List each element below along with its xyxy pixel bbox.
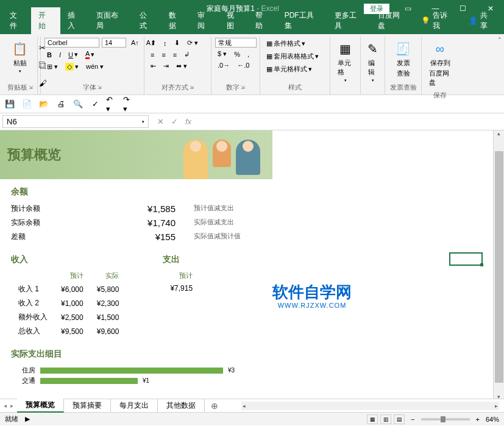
cell-label[interactable]: 差额	[11, 232, 115, 242]
align-right-icon[interactable]: ≡	[171, 50, 179, 60]
undo-icon[interactable]: ↶ ▾	[106, 98, 118, 110]
increase-decimal-icon[interactable]: .0→	[215, 60, 232, 70]
bold-button[interactable]: B	[44, 50, 54, 60]
cell-label[interactable]: 实际余额	[11, 218, 115, 228]
cell-label[interactable]: 预计值减支出	[182, 204, 291, 214]
cell-value[interactable]: ¥1,740	[121, 218, 176, 228]
sheet-tab-other[interactable]: 其他数据	[158, 399, 205, 412]
spellcheck-icon[interactable]: ✓	[89, 98, 101, 110]
decrease-indent-icon[interactable]: ⇤	[148, 61, 158, 71]
currency-icon[interactable]: $ ▾	[215, 49, 229, 59]
phonetic-button[interactable]: wén ▾	[83, 62, 106, 72]
cell-value[interactable]: ¥9,600	[91, 325, 126, 338]
table-header[interactable]: 预计	[164, 270, 199, 282]
sheet-tab-overview[interactable]: 预算概览	[17, 399, 64, 413]
comma-icon[interactable]: ,	[245, 49, 252, 59]
collapse-ribbon-icon[interactable]: ˄	[498, 37, 502, 44]
normal-view-icon[interactable]: ▦	[367, 414, 378, 424]
tab-data[interactable]: 数据	[161, 7, 190, 34]
bar-label[interactable]: 交通	[11, 376, 35, 385]
cell-value[interactable]: ¥155	[121, 232, 176, 242]
wrap-text-icon[interactable]: ↲	[182, 49, 192, 60]
cell-style-button[interactable]: ▦ 单元格样式 ▾	[264, 63, 326, 75]
print-preview-icon[interactable]: 🔍	[72, 98, 84, 110]
tab-layout[interactable]: 页面布局	[89, 7, 132, 34]
tab-view[interactable]: 视图	[219, 7, 248, 34]
cell-label[interactable]: 额外收入	[12, 311, 54, 324]
cell-value[interactable]: ¥5,800	[91, 283, 126, 296]
number-format-select[interactable]	[215, 38, 257, 48]
worksheet-area[interactable]: 预算概览 余额 预计余额 ¥1,585 预计值减支出 实际余额 ¥1,740 实…	[0, 130, 504, 399]
tab-more[interactable]: 更多工具	[327, 7, 371, 34]
cell-label[interactable]: 总收入	[12, 325, 54, 338]
cell-value[interactable]: ¥2,500	[55, 311, 90, 324]
cell-value[interactable]: ¥1,585	[121, 204, 176, 214]
scroll-right-icon[interactable]: ▸	[495, 403, 498, 409]
cell-value[interactable]: ¥2,300	[91, 297, 126, 310]
cell-label[interactable]: 实际值减支出	[182, 218, 291, 228]
vertical-scrollbar[interactable]: ▴ ▾	[493, 130, 504, 399]
font-name-select[interactable]	[44, 38, 99, 48]
tab-pdf[interactable]: PDF工具集	[277, 7, 328, 34]
border-button[interactable]: ⊞ ▾	[44, 62, 60, 72]
name-box[interactable]: N6▾	[2, 115, 149, 128]
table-header[interactable]: 预计	[55, 270, 90, 282]
accept-formula-icon[interactable]: ✓	[171, 117, 178, 126]
macro-record-icon[interactable]: ▶	[25, 415, 30, 422]
align-bottom-icon[interactable]: ⬇	[172, 38, 182, 48]
sheet-nav-prev-icon[interactable]: ◂	[4, 402, 7, 409]
cell-value[interactable]: ¥1,000	[55, 297, 90, 310]
fill-color-button[interactable]: ◇ ▾	[63, 62, 81, 72]
tab-home[interactable]: 开始	[31, 7, 60, 34]
increase-font-icon[interactable]: A↑	[129, 38, 141, 48]
align-left-icon[interactable]: ≡	[148, 50, 157, 60]
conditional-format-button[interactable]: ▦ 条件格式 ▾	[264, 38, 326, 49]
tab-insert[interactable]: 插入	[60, 7, 89, 34]
selected-cell[interactable]	[449, 252, 483, 266]
invoice-button[interactable]: 🧾 发票 查验	[389, 38, 417, 80]
new-icon[interactable]: 📄	[21, 98, 33, 110]
scroll-thumb[interactable]	[495, 151, 503, 383]
table-format-button[interactable]: ▦ 套用表格格式 ▾	[264, 51, 326, 62]
sheet-tab-monthly[interactable]: 每月支出	[111, 399, 158, 412]
italic-button[interactable]: I	[57, 50, 63, 60]
print-icon[interactable]: 🖨	[55, 98, 67, 110]
underline-button[interactable]: U ▾	[66, 49, 80, 60]
cell-value[interactable]: ¥9,500	[55, 325, 90, 338]
tell-me[interactable]: 💡告诉我	[414, 7, 461, 34]
formula-input[interactable]	[197, 117, 504, 126]
zoom-in-icon[interactable]: +	[476, 416, 480, 423]
save-baidu-button[interactable]: ∞ 保存到 百度网盘	[425, 38, 455, 90]
editing-button[interactable]: ✎ 编辑▾	[364, 38, 381, 85]
page-break-view-icon[interactable]: ▤	[394, 414, 405, 424]
tab-file[interactable]: 文件	[2, 7, 31, 34]
font-color-button[interactable]: A ▾	[83, 49, 97, 60]
page-layout-view-icon[interactable]: ▥	[380, 414, 391, 424]
decrease-decimal-icon[interactable]: ←.0	[235, 60, 252, 70]
cell-value[interactable]: ¥1,500	[91, 311, 126, 324]
increase-indent-icon[interactable]: ⇥	[161, 61, 171, 71]
cell-label[interactable]: 收入 2	[12, 297, 54, 310]
scroll-up-icon[interactable]: ▴	[494, 130, 504, 140]
open-icon[interactable]: 📂	[38, 98, 50, 110]
zoom-slider[interactable]	[421, 418, 470, 421]
cell-value[interactable]: ¥7,915	[164, 283, 199, 294]
font-size-select[interactable]	[102, 38, 126, 48]
tab-formulas[interactable]: 公式	[132, 7, 161, 34]
sheet-nav-next-icon[interactable]: ▸	[10, 402, 13, 409]
table-header[interactable]: 实际	[91, 270, 126, 282]
sheet-tab-summary[interactable]: 预算摘要	[64, 399, 111, 412]
align-top-icon[interactable]: ⬆	[148, 38, 158, 48]
save-icon[interactable]: 💾	[4, 98, 16, 110]
scroll-left-icon[interactable]: ◂	[243, 403, 246, 409]
merge-icon[interactable]: ⬌ ▾	[174, 61, 190, 71]
zoom-level[interactable]: 64%	[486, 416, 499, 423]
paste-button[interactable]: 📋 粘贴 ▾	[6, 38, 34, 76]
redo-icon[interactable]: ↷ ▾	[123, 98, 135, 110]
add-sheet-button[interactable]: ⊕	[205, 401, 224, 411]
cells-button[interactable]: ▦ 单元格▾	[334, 38, 357, 85]
tab-baidu[interactable]: 百度网盘	[371, 7, 414, 34]
scroll-down-icon[interactable]: ▾	[494, 394, 504, 399]
cell-label[interactable]: 实际值减预计值	[182, 232, 291, 242]
cell-label[interactable]: 收入 1	[12, 283, 54, 296]
